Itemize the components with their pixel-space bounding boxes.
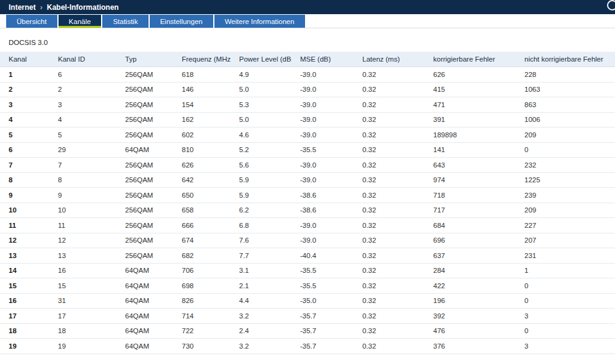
cell-korrigierbare-fehler: 415 bbox=[425, 82, 516, 97]
cell-mse-db: -40.4 bbox=[291, 248, 354, 264]
cell-frequenz-mhz: 706 bbox=[173, 263, 230, 278]
cell-power-level-dbmv: 6.2 bbox=[230, 203, 291, 218]
cell-korrigierbare-fehler: 717 bbox=[425, 203, 516, 218]
cell-kanal-id: 18 bbox=[49, 323, 116, 339]
cell-nicht-korrigierbare-fehler: 3 bbox=[516, 309, 615, 324]
cell-power-level-dbmv: 5.9 bbox=[230, 188, 291, 203]
cell-nicht-korrigierbare-fehler: 0 bbox=[516, 142, 615, 158]
cell-kanal: 18 bbox=[0, 323, 49, 339]
cell-kanal: 5 bbox=[0, 127, 49, 143]
cell-nicht-korrigierbare-fehler: 1225 bbox=[516, 172, 615, 188]
cell-mse-db: -39.0 bbox=[291, 112, 354, 127]
cell-kanal-id: 5 bbox=[49, 127, 116, 143]
cell-kanal: 11 bbox=[0, 218, 49, 233]
cell-mse-db: -35.5 bbox=[291, 142, 354, 158]
cell-nicht-korrigierbare-fehler: 209 bbox=[516, 203, 615, 218]
cell-kanal: 10 bbox=[0, 203, 49, 218]
cell-frequenz-mhz: 682 bbox=[173, 248, 230, 264]
cell-mse-db: -38.6 bbox=[291, 203, 354, 218]
breadcrumb-section-internet[interactable]: Internet bbox=[9, 3, 36, 12]
cell-frequenz-mhz: 602 bbox=[173, 127, 230, 143]
cell-latenz-ms: 0.32 bbox=[354, 309, 425, 324]
cell-kanal-id: 4 bbox=[49, 112, 116, 127]
cell-korrigierbare-fehler: 391 bbox=[425, 112, 516, 127]
cell-frequenz-mhz: 658 bbox=[173, 203, 230, 218]
cell-frequenz-mhz: 666 bbox=[173, 218, 230, 233]
cell-typ: 256QAM bbox=[116, 158, 173, 173]
cell-mse-db: -39.0 bbox=[291, 158, 354, 173]
cell-typ: 256QAM bbox=[116, 172, 173, 188]
cell-typ: 256QAM bbox=[116, 82, 173, 97]
cell-kanal: 1 bbox=[0, 67, 49, 83]
cell-frequenz-mhz: 698 bbox=[173, 278, 230, 294]
cell-kanal: 17 bbox=[0, 309, 49, 324]
help-icon[interactable] bbox=[607, 0, 615, 10]
cell-typ: 256QAM bbox=[116, 188, 173, 203]
cell-power-level-dbmv: 3.2 bbox=[230, 339, 291, 354]
cell-korrigierbare-fehler: 196 bbox=[425, 293, 516, 309]
cell-frequenz-mhz: 826 bbox=[173, 293, 230, 309]
cell-nicht-korrigierbare-fehler: 209 bbox=[516, 127, 615, 143]
cell-korrigierbare-fehler: 284 bbox=[425, 263, 516, 278]
cell-korrigierbare-fehler: 476 bbox=[425, 323, 516, 339]
cell-kanal-id: 8 bbox=[49, 172, 116, 188]
cell-typ: 64QAM bbox=[116, 293, 173, 309]
cell-latenz-ms: 0.32 bbox=[354, 82, 425, 97]
cell-power-level-dbmv: 2.4 bbox=[230, 323, 291, 339]
cell-typ: 256QAM bbox=[116, 248, 173, 264]
cell-typ: 256QAM bbox=[116, 218, 173, 233]
cell-power-level-dbmv: 4.9 bbox=[230, 67, 291, 83]
cell-mse-db: -39.0 bbox=[291, 67, 354, 83]
tab-uebersicht[interactable]: Übersicht bbox=[6, 15, 57, 28]
column-header-power-level-dbmv: Power Level (dBmV) bbox=[230, 52, 291, 67]
cell-power-level-dbmv: 5.3 bbox=[230, 97, 291, 113]
cell-mse-db: -35.0 bbox=[291, 293, 354, 309]
cell-mse-db: -39.0 bbox=[291, 218, 354, 233]
cell-kanal-id: 9 bbox=[49, 188, 116, 203]
cell-kanal-id: 11 bbox=[49, 218, 116, 233]
cell-typ: 256QAM bbox=[116, 97, 173, 113]
column-header-frequenz-mhz: Frequenz (MHz) bbox=[173, 52, 230, 67]
column-header-latenz-ms: Latenz (ms) bbox=[354, 52, 425, 67]
tab-weitere-informationen[interactable]: Weitere Informationen bbox=[214, 15, 305, 28]
cell-latenz-ms: 0.32 bbox=[354, 218, 425, 233]
cell-typ: 256QAM bbox=[116, 203, 173, 218]
docsis-channels-table: KanalKanal IDTypFrequenz (MHz)Power Leve… bbox=[0, 52, 615, 354]
breadcrumb-separator-icon: › bbox=[40, 3, 43, 12]
cell-latenz-ms: 0.32 bbox=[354, 67, 425, 83]
table-row: 16256QAM6184.9-39.00.32626228 bbox=[0, 67, 615, 83]
cell-nicht-korrigierbare-fehler: 0 bbox=[516, 278, 615, 294]
breadcrumb: Internet › Kabel-Informationen bbox=[9, 3, 119, 12]
cell-korrigierbare-fehler: 684 bbox=[425, 218, 516, 233]
cell-kanal: 6 bbox=[0, 142, 49, 158]
table-row: 88256QAM6425.9-39.00.329741225 bbox=[0, 172, 615, 188]
cell-typ: 64QAM bbox=[116, 323, 173, 339]
cell-kanal: 19 bbox=[0, 339, 49, 354]
cell-korrigierbare-fehler: 643 bbox=[425, 158, 516, 173]
cell-power-level-dbmv: 5.0 bbox=[230, 82, 291, 97]
tab-kanaele[interactable]: Kanäle bbox=[59, 15, 102, 28]
section-title: DOCSIS 3.0 bbox=[0, 28, 615, 52]
table-row: 1111256QAM6666.8-39.00.32684227 bbox=[0, 218, 615, 233]
cell-kanal-id: 2 bbox=[49, 82, 116, 97]
cell-nicht-korrigierbare-fehler: 3 bbox=[516, 339, 615, 354]
cell-power-level-dbmv: 5.6 bbox=[230, 158, 291, 173]
cell-kanal-id: 10 bbox=[49, 203, 116, 218]
cell-korrigierbare-fehler: 141 bbox=[425, 142, 516, 158]
cell-latenz-ms: 0.32 bbox=[354, 339, 425, 354]
cell-nicht-korrigierbare-fehler: 1 bbox=[516, 263, 615, 278]
cell-latenz-ms: 0.32 bbox=[354, 293, 425, 309]
cell-frequenz-mhz: 714 bbox=[173, 309, 230, 324]
tab-statistik[interactable]: Statistik bbox=[102, 15, 148, 28]
cell-power-level-dbmv: 7.6 bbox=[230, 233, 291, 248]
cell-frequenz-mhz: 618 bbox=[173, 67, 230, 83]
tab-einstellungen[interactable]: Einstellungen bbox=[150, 15, 213, 28]
cell-power-level-dbmv: 5.0 bbox=[230, 112, 291, 127]
cell-korrigierbare-fehler: 471 bbox=[425, 97, 516, 113]
top-header-bar: Internet › Kabel-Informationen bbox=[0, 0, 615, 14]
cell-mse-db: -39.0 bbox=[291, 82, 354, 97]
cell-latenz-ms: 0.32 bbox=[354, 127, 425, 143]
cell-nicht-korrigierbare-fehler: 0 bbox=[516, 323, 615, 339]
cell-latenz-ms: 0.32 bbox=[354, 323, 425, 339]
cell-nicht-korrigierbare-fehler: 863 bbox=[516, 97, 615, 113]
